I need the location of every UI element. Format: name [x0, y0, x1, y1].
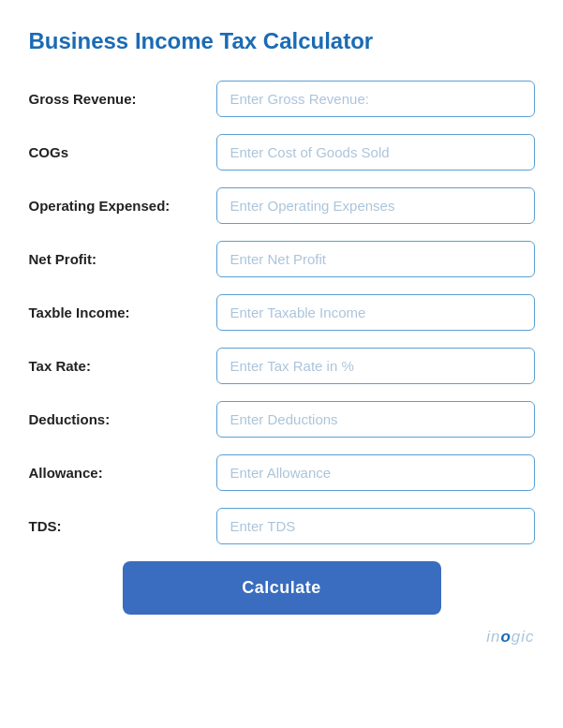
label-allowance: Allowance: [29, 465, 216, 481]
input-gross-revenue[interactable] [216, 81, 535, 117]
label-cogs: COGs [29, 144, 216, 160]
label-deductions: Deductions: [29, 411, 216, 427]
label-gross-revenue: Gross Revenue: [29, 91, 216, 107]
footer-logo: inogic [29, 628, 535, 646]
row-tds: TDS: [29, 508, 535, 544]
calculate-button[interactable]: Calculate [123, 561, 441, 615]
input-net-profit[interactable] [216, 241, 535, 277]
row-operating-expenses: Operating Expensed: [29, 187, 535, 224]
input-tds[interactable] [216, 508, 535, 544]
input-taxable-income[interactable] [216, 294, 535, 331]
row-deductions: Deductions: [29, 401, 535, 438]
input-tax-rate[interactable] [216, 348, 535, 384]
input-deductions[interactable] [216, 401, 535, 438]
calculator-container: Business Income Tax Calculator Gross Rev… [10, 0, 554, 665]
label-net-profit: Net Profit: [29, 251, 216, 267]
row-cogs: COGs [29, 134, 535, 171]
input-allowance[interactable] [216, 454, 535, 491]
label-taxable-income: Taxble Income: [29, 305, 216, 320]
row-net-profit: Net Profit: [29, 241, 535, 277]
page-title: Business Income Tax Calculator [29, 28, 535, 54]
input-operating-expenses[interactable] [216, 187, 535, 224]
input-cogs[interactable] [216, 134, 535, 171]
row-tax-rate: Tax Rate: [29, 348, 535, 384]
label-operating-expenses: Operating Expensed: [29, 198, 216, 214]
label-tax-rate: Tax Rate: [29, 358, 216, 374]
row-allowance: Allowance: [29, 454, 535, 491]
row-gross-revenue: Gross Revenue: [29, 81, 535, 117]
row-taxable-income: Taxble Income: [29, 294, 535, 331]
label-tds: TDS: [29, 518, 216, 534]
